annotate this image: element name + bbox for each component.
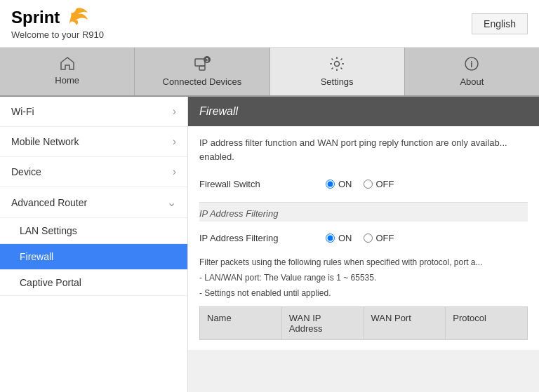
svg-rect-1 — [199, 66, 205, 70]
main-layout: Wi-Fi › Mobile Network › Device › Advanc… — [0, 97, 539, 392]
language-button[interactable]: English — [472, 13, 528, 34]
firewall-off-radio[interactable] — [364, 180, 373, 189]
tab-about[interactable]: i About — [405, 48, 539, 95]
tab-about-label: About — [460, 76, 484, 87]
ip-filtering-row: IP Address Filtering ON OFF — [199, 227, 528, 249]
firewall-off-label: OFF — [376, 179, 394, 189]
tab-connected-devices-label: Connected Devices — [163, 76, 242, 87]
devices-icon: 3 — [194, 56, 211, 74]
firewall-on-radio[interactable] — [326, 180, 335, 189]
firewall-on-option[interactable]: ON — [326, 179, 352, 189]
settings-icon — [329, 56, 345, 74]
ip-filtering-radios: ON OFF — [326, 233, 394, 243]
ip-filtering-label: IP Address Filtering — [199, 233, 326, 243]
col-wan-port: WAN Port — [364, 307, 446, 339]
svg-text:i: i — [471, 60, 473, 69]
content-body: IP address filter function and WAN port … — [188, 126, 539, 350]
svg-point-4 — [335, 62, 340, 67]
chevron-down-icon: ⌄ — [167, 196, 176, 209]
info-icon: i — [464, 56, 479, 74]
page-title: Firewall — [199, 105, 238, 117]
col-wan-ip: WAN IP Address — [282, 307, 364, 339]
ip-on-option[interactable]: ON — [326, 233, 352, 243]
col-name: Name — [200, 307, 282, 339]
firewall-on-label: ON — [338, 179, 352, 189]
sidebar: Wi-Fi › Mobile Network › Device › Advanc… — [0, 97, 188, 392]
svg-rect-0 — [195, 59, 205, 66]
ip-off-option[interactable]: OFF — [364, 233, 394, 243]
sidebar-subitem-captive-portal[interactable]: Captive Portal — [0, 270, 187, 296]
nav-tabs: Home 3 Connected Devices Settings i Abou… — [0, 48, 539, 97]
info-text-3: - Settings not enabled until applied. — [199, 287, 528, 299]
logo-area: Sprint Welcome to your R910 — [11, 7, 104, 40]
header: Sprint Welcome to your R910 English — [0, 0, 539, 48]
sprint-bird-icon — [64, 7, 89, 28]
chevron-right-icon: › — [173, 135, 176, 148]
chevron-right-icon: › — [173, 105, 176, 118]
firewall-switch-row: Firewall Switch ON OFF — [199, 173, 528, 195]
sidebar-item-device[interactable]: Device › — [0, 157, 187, 187]
tab-settings[interactable]: Settings — [270, 48, 405, 95]
sprint-logo: Sprint Welcome to your R910 — [11, 7, 104, 40]
brand-name: Sprint — [11, 8, 60, 27]
ip-on-radio[interactable] — [326, 234, 335, 243]
chevron-right-icon: › — [173, 165, 176, 178]
sidebar-item-wifi[interactable]: Wi-Fi › — [0, 97, 187, 127]
firewall-switch-label: Firewall Switch — [199, 179, 326, 189]
sidebar-submenu-advanced-router: LAN Settings Firewall Captive Portal — [0, 218, 187, 296]
sidebar-advanced-label: Advanced Router — [11, 197, 87, 208]
sidebar-subitem-lan-settings[interactable]: LAN Settings — [0, 218, 187, 244]
sidebar-item-advanced-router[interactable]: Advanced Router ⌄ — [0, 187, 187, 218]
info-text-2: - LAN/WAN port: The Value range is 1 ~ 6… — [199, 271, 528, 284]
sidebar-device-label: Device — [11, 166, 41, 177]
content-title: Firewall — [188, 97, 539, 126]
home-icon — [60, 56, 75, 72]
svg-text:3: 3 — [206, 58, 208, 62]
ip-on-label: ON — [338, 233, 352, 243]
sidebar-wifi-label: Wi-Fi — [11, 106, 34, 117]
tab-connected-devices[interactable]: 3 Connected Devices — [135, 48, 270, 95]
ip-filtering-section-label: IP Address Filtering — [199, 208, 278, 219]
sidebar-mobile-label: Mobile Network — [11, 136, 79, 147]
content-area: Firewall IP address filter function and … — [188, 97, 539, 392]
firewall-switch-radios: ON OFF — [326, 179, 394, 189]
sidebar-subitem-firewall[interactable]: Firewall — [0, 244, 187, 270]
firewall-description: IP address filter function and WAN port … — [199, 136, 528, 163]
ip-off-label: OFF — [376, 233, 394, 243]
sidebar-item-mobile-network[interactable]: Mobile Network › — [0, 127, 187, 157]
tab-home[interactable]: Home — [0, 48, 135, 95]
ip-filtering-section: IP Address Filtering — [199, 202, 528, 222]
ip-off-radio[interactable] — [364, 234, 373, 243]
welcome-text: Welcome to your R910 — [11, 29, 104, 40]
tab-settings-label: Settings — [321, 76, 354, 87]
tab-home-label: Home — [55, 75, 79, 86]
firewall-off-option[interactable]: OFF — [364, 179, 394, 189]
info-text-1: Filter packets using the following rules… — [199, 256, 528, 269]
table-header: Name WAN IP Address WAN Port Protocol — [199, 306, 528, 340]
col-protocol: Protocol — [446, 307, 527, 339]
